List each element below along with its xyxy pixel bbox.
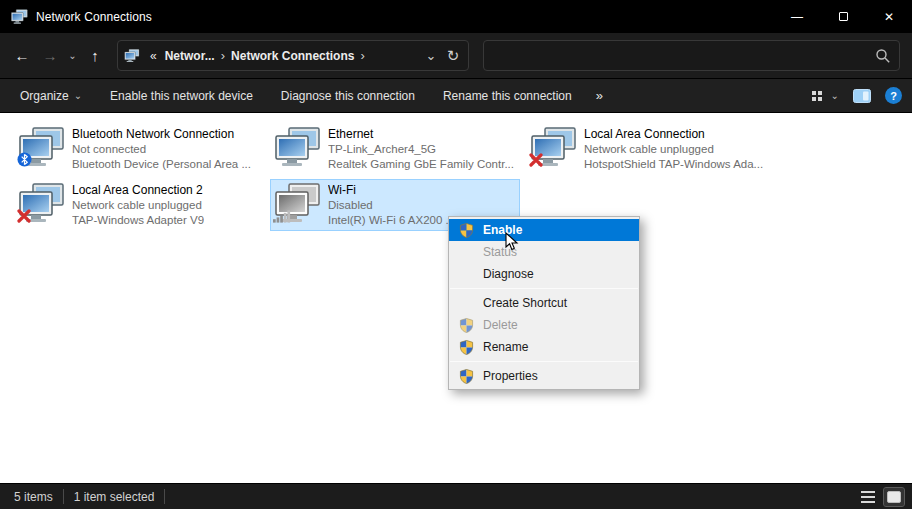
chevron-down-icon: ⌄ bbox=[831, 90, 839, 101]
connection-item-bluetooth[interactable]: Bluetooth Network Connection Not connect… bbox=[14, 123, 264, 175]
connection-status: Not connected bbox=[72, 142, 251, 157]
rename-connection-button[interactable]: Rename this connection bbox=[429, 84, 586, 108]
rename-connection-label: Rename this connection bbox=[443, 89, 572, 103]
help-icon: ? bbox=[890, 90, 897, 102]
organize-label: Organize bbox=[20, 89, 69, 103]
large-icons-view-button[interactable] bbox=[884, 488, 904, 506]
bluetooth-adapter-icon bbox=[19, 127, 67, 171]
organize-button[interactable]: Organize ⌄ bbox=[6, 84, 96, 108]
menu-item-enable[interactable]: Enable bbox=[449, 219, 639, 241]
status-divider bbox=[164, 489, 165, 504]
mouse-cursor bbox=[505, 232, 519, 252]
minimize-icon: — bbox=[791, 10, 803, 24]
maximize-icon bbox=[839, 12, 848, 21]
uac-shield-icon bbox=[458, 368, 474, 384]
connection-item-local-area-2[interactable]: Local Area Connection 2 Network cable un… bbox=[14, 179, 264, 231]
menu-item-label: Diagnose bbox=[483, 267, 534, 281]
file-list-area[interactable]: Bluetooth Network Connection Not connect… bbox=[0, 113, 912, 483]
forward-button[interactable]: → bbox=[37, 43, 63, 69]
up-button[interactable]: ↑ bbox=[82, 43, 108, 69]
back-icon: ← bbox=[15, 47, 30, 64]
wifi-disabled-adapter-icon bbox=[275, 183, 323, 227]
close-icon: ✕ bbox=[884, 10, 894, 24]
connection-status: TP-Link_Archer4_5G bbox=[328, 142, 514, 157]
title-bar: Network Connections — ✕ bbox=[0, 0, 912, 33]
address-bar[interactable]: « Networ... › Network Connections › ⌄ ↻ bbox=[117, 40, 469, 71]
uac-shield-icon bbox=[458, 339, 474, 355]
connection-device: Bluetooth Device (Personal Area ... bbox=[72, 157, 251, 172]
breadcrumb-collapsed[interactable]: « bbox=[146, 49, 161, 63]
unplugged-adapter-icon bbox=[19, 183, 67, 227]
back-button[interactable]: ← bbox=[9, 43, 35, 69]
connection-name: Local Area Connection bbox=[584, 127, 763, 142]
breadcrumb-current[interactable]: Network Connections bbox=[227, 49, 358, 63]
up-icon: ↑ bbox=[91, 47, 99, 64]
menu-item-properties[interactable]: Properties bbox=[449, 365, 639, 387]
menu-item-rename[interactable]: Rename bbox=[449, 336, 639, 358]
menu-separator bbox=[450, 361, 638, 362]
connection-name: Local Area Connection 2 bbox=[72, 183, 204, 198]
connection-device: Intel(R) Wi-Fi 6 AX200 ... bbox=[328, 213, 455, 228]
enable-device-button[interactable]: Enable this network device bbox=[96, 84, 267, 108]
command-toolbar: Organize ⌄ Enable this network device Di… bbox=[0, 79, 912, 113]
connection-device: TAP-Windows Adapter V9 bbox=[72, 213, 204, 228]
app-icon bbox=[11, 9, 28, 25]
diagnose-connection-label: Diagnose this connection bbox=[281, 89, 415, 103]
connection-item-ethernet[interactable]: Ethernet TP-Link_Archer4_5G Realtek Gami… bbox=[270, 123, 520, 175]
grid-view-icon bbox=[811, 89, 826, 103]
connection-name: Ethernet bbox=[328, 127, 514, 142]
diagnose-connection-button[interactable]: Diagnose this connection bbox=[267, 84, 429, 108]
details-view-button[interactable] bbox=[858, 488, 878, 506]
enable-device-label: Enable this network device bbox=[110, 89, 253, 103]
chevron-down-icon: ⌄ bbox=[74, 90, 82, 101]
change-view-button[interactable]: ⌄ bbox=[811, 89, 839, 103]
refresh-icon[interactable]: ↻ bbox=[442, 47, 464, 65]
menu-item-label: Rename bbox=[483, 340, 528, 354]
help-button[interactable]: ? bbox=[885, 87, 902, 104]
menu-item-diagnose[interactable]: Diagnose bbox=[449, 263, 639, 285]
menu-item-delete: Delete bbox=[449, 314, 639, 336]
recent-locations-button[interactable]: ⌄ bbox=[65, 43, 80, 69]
large-icons-view-icon bbox=[887, 491, 901, 503]
toolbar-overflow-button[interactable]: » bbox=[586, 88, 613, 103]
address-dropdown-icon[interactable]: ⌄ bbox=[420, 48, 442, 63]
connection-name: Bluetooth Network Connection bbox=[72, 127, 251, 142]
close-button[interactable]: ✕ bbox=[866, 0, 912, 33]
status-bar: 5 items 1 item selected bbox=[0, 483, 912, 509]
menu-item-label: Properties bbox=[483, 369, 538, 383]
menu-separator bbox=[450, 288, 638, 289]
preview-pane-icon bbox=[853, 89, 871, 103]
search-input[interactable] bbox=[492, 49, 875, 63]
connection-device: HotspotShield TAP-Windows Ada... bbox=[584, 157, 763, 172]
forward-icon: → bbox=[43, 47, 58, 64]
maximize-button[interactable] bbox=[820, 0, 866, 33]
item-count: 5 items bbox=[14, 490, 53, 504]
breadcrumb-separator-icon[interactable]: › bbox=[219, 48, 227, 63]
status-divider bbox=[63, 489, 64, 504]
network-connections-window: Network Connections — ✕ ← → ⌄ ↑ « Networ… bbox=[0, 0, 912, 509]
connection-status: Network cable unplugged bbox=[584, 142, 763, 157]
ethernet-adapter-icon bbox=[275, 127, 323, 171]
error-x-icon bbox=[529, 153, 543, 171]
search-icon bbox=[875, 48, 891, 64]
bluetooth-icon bbox=[17, 152, 32, 171]
uac-shield-icon bbox=[458, 222, 474, 238]
selection-count: 1 item selected bbox=[74, 490, 155, 504]
connection-name: Wi-Fi bbox=[328, 183, 455, 198]
breadcrumb-parent[interactable]: Networ... bbox=[161, 49, 219, 63]
navigation-bar: ← → ⌄ ↑ « Networ... › Network Connection… bbox=[0, 33, 912, 79]
menu-item-label: Create Shortcut bbox=[483, 296, 567, 310]
menu-item-create-shortcut[interactable]: Create Shortcut bbox=[449, 292, 639, 314]
error-x-icon bbox=[17, 209, 31, 227]
connection-device: Realtek Gaming GbE Family Contr... bbox=[328, 157, 514, 172]
minimize-button[interactable]: — bbox=[774, 0, 820, 33]
connection-status: Disabled bbox=[328, 198, 455, 213]
preview-pane-button[interactable] bbox=[853, 89, 871, 103]
window-controls: — ✕ bbox=[774, 0, 912, 33]
breadcrumb-separator-icon[interactable]: › bbox=[358, 48, 366, 63]
connection-item-local-area[interactable]: Local Area Connection Network cable unpl… bbox=[526, 123, 776, 175]
connection-status: Network cable unplugged bbox=[72, 198, 204, 213]
statusbar-view-toggles bbox=[858, 488, 904, 506]
search-box[interactable] bbox=[483, 40, 900, 71]
menu-item-status: Status bbox=[449, 241, 639, 263]
